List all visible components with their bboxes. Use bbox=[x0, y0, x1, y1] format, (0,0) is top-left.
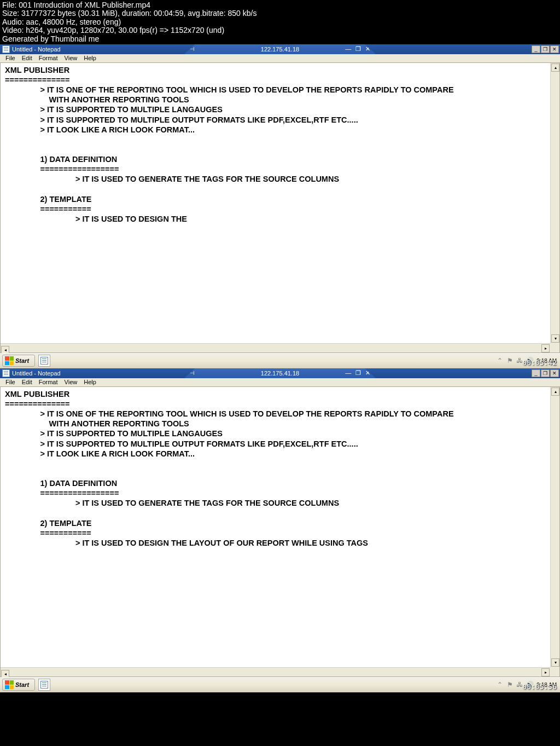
session-back-icon[interactable]: ⊣ bbox=[190, 46, 195, 52]
session-minimize-icon[interactable]: — bbox=[345, 45, 351, 53]
scroll-up-icon[interactable]: ▴ bbox=[551, 388, 559, 396]
vertical-scrollbar[interactable]: ▴ ▾ bbox=[550, 387, 559, 667]
desktop-frame-1: Untitled - Notepad ⊣ 122.175.41.18 — ❐ ✕… bbox=[0, 44, 560, 368]
maximize-button[interactable]: ❐ bbox=[541, 45, 550, 53]
session-close-icon[interactable]: ✕ bbox=[365, 369, 370, 377]
clock-time: 9:18 AM bbox=[536, 358, 557, 364]
menu-view[interactable]: View bbox=[61, 54, 81, 62]
tray-network-icon[interactable]: 🖧 bbox=[516, 357, 523, 365]
notepad-icon bbox=[40, 681, 48, 689]
scroll-right-icon[interactable]: ▸ bbox=[541, 668, 550, 676]
taskbar-clock[interactable]: 9:18 AM bbox=[536, 682, 557, 688]
menu-edit[interactable]: Edit bbox=[19, 54, 36, 62]
tray-flag-icon[interactable]: ⚑ bbox=[506, 681, 514, 689]
taskbar[interactable]: Start ⌃ ⚑ 🖧 🔊 9:18 AM bbox=[0, 677, 560, 692]
window-title: Untitled - Notepad bbox=[12, 46, 61, 53]
menu-view[interactable]: View bbox=[61, 378, 81, 386]
taskbar[interactable]: Start ⌃ ⚑ 🖧 🔊 9:18 AM bbox=[0, 353, 560, 368]
start-button[interactable]: Start bbox=[2, 355, 35, 367]
horizontal-scrollbar[interactable]: ◂ ▸ bbox=[1, 667, 550, 676]
session-minimize-icon[interactable]: — bbox=[345, 369, 351, 377]
taskbar-notepad-item[interactable] bbox=[38, 355, 50, 367]
notepad-text-area[interactable]: XML PUBLISHER ============== > IT IS ONE… bbox=[0, 387, 560, 677]
video-audio-line: Audio: aac, 48000 Hz, stereo (eng) bbox=[2, 18, 558, 26]
tray-expand-icon[interactable]: ⌃ bbox=[496, 357, 504, 365]
session-back-icon[interactable]: ⊣ bbox=[190, 370, 195, 376]
tray-flag-icon[interactable]: ⚑ bbox=[506, 357, 514, 365]
notepad-icon bbox=[40, 357, 48, 365]
scroll-down-icon[interactable]: ▾ bbox=[551, 334, 559, 343]
window-title: Untitled - Notepad bbox=[12, 370, 61, 377]
remote-session-bar: ⊣ 122.175.41.18 — ❐ ✕ bbox=[184, 368, 376, 378]
menu-file[interactable]: File bbox=[2, 378, 19, 386]
menu-help[interactable]: Help bbox=[80, 378, 100, 386]
desktop-frame-2: Untitled - Notepad ⊣ 122.175.41.18 — ❐ ✕… bbox=[0, 368, 560, 692]
system-tray[interactable]: ⌃ ⚑ 🖧 🔊 9:18 AM bbox=[496, 357, 560, 365]
start-label: Start bbox=[15, 681, 29, 688]
taskbar-clock[interactable]: 9:18 AM bbox=[536, 358, 557, 364]
start-label: Start bbox=[15, 357, 29, 364]
minimize-button[interactable]: _ bbox=[532, 369, 540, 377]
notepad-menubar: File Edit Format View Help bbox=[0, 378, 560, 387]
session-restore-icon[interactable]: ❐ bbox=[355, 45, 361, 53]
remote-ip: 122.175.41.18 bbox=[261, 370, 299, 377]
windows-logo-icon bbox=[5, 356, 14, 365]
scroll-corner bbox=[550, 343, 559, 352]
notepad-content[interactable]: XML PUBLISHER ============== > IT IS ONE… bbox=[1, 63, 559, 226]
windows-logo-icon bbox=[5, 680, 14, 689]
notepad-icon bbox=[2, 45, 10, 53]
video-metadata-header: File: 001 Introduction of XML Publisher.… bbox=[0, 0, 560, 44]
clock-time: 9:18 AM bbox=[536, 682, 557, 688]
system-tray[interactable]: ⌃ ⚑ 🖧 🔊 9:18 AM bbox=[496, 681, 560, 689]
notepad-menubar: File Edit Format View Help bbox=[0, 54, 560, 63]
remote-ip: 122.175.41.18 bbox=[261, 46, 299, 53]
video-file-line: File: 001 Introduction of XML Publisher.… bbox=[2, 1, 558, 9]
tray-network-icon[interactable]: 🖧 bbox=[516, 681, 523, 689]
notepad-text-area[interactable]: XML PUBLISHER ============== > IT IS ONE… bbox=[0, 63, 560, 353]
close-button[interactable]: ✕ bbox=[550, 369, 559, 377]
scroll-corner bbox=[550, 667, 559, 676]
scroll-right-icon[interactable]: ▸ bbox=[541, 344, 550, 352]
tray-volume-icon[interactable]: 🔊 bbox=[526, 681, 533, 689]
notepad-titlebar[interactable]: Untitled - Notepad ⊣ 122.175.41.18 — ❐ ✕… bbox=[0, 44, 560, 54]
minimize-button[interactable]: _ bbox=[532, 45, 540, 53]
horizontal-scrollbar[interactable]: ◂ ▸ bbox=[1, 343, 550, 352]
scroll-down-icon[interactable]: ▾ bbox=[551, 658, 559, 667]
close-button[interactable]: ✕ bbox=[550, 45, 559, 53]
session-close-icon[interactable]: ✕ bbox=[365, 45, 370, 53]
tray-volume-icon[interactable]: 🔊 bbox=[526, 357, 533, 365]
menu-help[interactable]: Help bbox=[80, 54, 100, 62]
session-restore-icon[interactable]: ❐ bbox=[355, 369, 361, 377]
menu-file[interactable]: File bbox=[2, 54, 19, 62]
notepad-content[interactable]: XML PUBLISHER ============== > IT IS ONE… bbox=[1, 387, 559, 560]
menu-format[interactable]: Format bbox=[36, 54, 61, 62]
vertical-scrollbar[interactable]: ▴ ▾ bbox=[550, 63, 559, 343]
start-button[interactable]: Start bbox=[2, 679, 35, 691]
remote-session-bar: ⊣ 122.175.41.18 — ❐ ✕ bbox=[184, 44, 376, 54]
maximize-button[interactable]: ❐ bbox=[541, 369, 550, 377]
video-video-line: Video: h264, yuv420p, 1280x720, 30.00 fp… bbox=[2, 26, 558, 34]
video-size-line: Size: 31777372 bytes (30.31 MiB), durati… bbox=[2, 9, 558, 18]
tray-expand-icon[interactable]: ⌃ bbox=[496, 681, 504, 689]
menu-edit[interactable]: Edit bbox=[19, 378, 36, 386]
notepad-icon bbox=[2, 369, 10, 377]
taskbar-notepad-item[interactable] bbox=[38, 679, 50, 691]
notepad-titlebar[interactable]: Untitled - Notepad ⊣ 122.175.41.18 — ❐ ✕… bbox=[0, 368, 560, 378]
video-generated-line: Generated by Thumbnail me bbox=[2, 35, 558, 43]
scroll-up-icon[interactable]: ▴ bbox=[551, 63, 559, 72]
menu-format[interactable]: Format bbox=[36, 378, 61, 386]
